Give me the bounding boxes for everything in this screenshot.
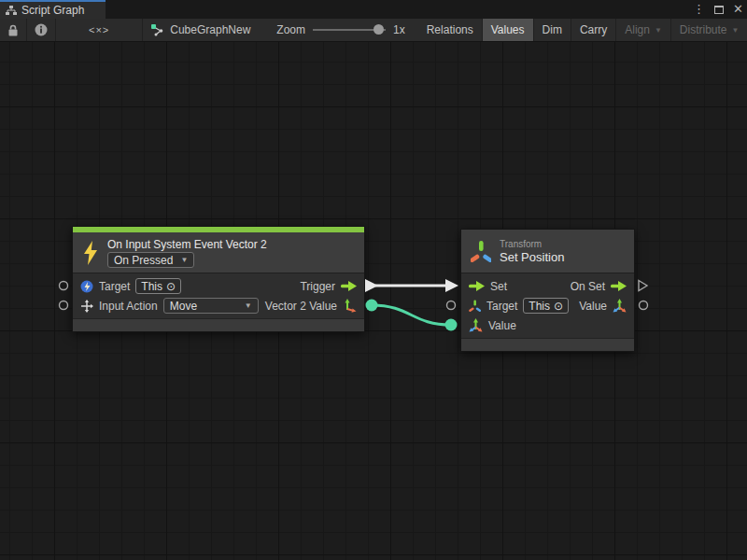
zoom-slider[interactable] [313, 29, 386, 31]
toolbar-button-distribute[interactable]: Distribute ▼ [671, 19, 747, 41]
target-dot-icon: ⊙ [554, 300, 563, 313]
toolbar-button-dim[interactable]: Dim [534, 19, 571, 41]
toolbar-button-carry[interactable]: Carry [571, 19, 616, 41]
port-circle[interactable] [60, 301, 68, 310]
wire-endpoint[interactable] [366, 300, 378, 312]
close-icon[interactable]: ✕ [733, 0, 743, 19]
button-label: Relations [427, 23, 473, 36]
transform-mini-icon [469, 300, 481, 312]
window-controls: ⋮ ✕ [693, 0, 743, 19]
wire-endpoint[interactable] [445, 319, 458, 331]
event-target-icon [80, 280, 93, 293]
transform-target-this-button[interactable]: This ⊙ [523, 298, 569, 314]
button-label: Distribute [680, 23, 727, 36]
graph-icon [150, 23, 164, 36]
port-label: Value [579, 300, 607, 313]
graph-canvas[interactable]: On Input System Event Vector 2 On Presse… [0, 42, 747, 560]
button-label: Values [491, 23, 525, 36]
lock-button[interactable] [0, 19, 27, 41]
value-wire[interactable] [372, 305, 451, 325]
graph-breadcrumb[interactable]: CubeGraphNew [143, 19, 258, 41]
port-triangle[interactable] [639, 281, 647, 291]
transform-node-body: Set On Set Target [461, 273, 634, 338]
input-action-icon [80, 300, 93, 313]
transform-row-target: Target This ⊙ Value [461, 296, 634, 315]
button-label: Carry [580, 23, 607, 36]
transform-node-title: Set Position [500, 250, 564, 264]
lock-icon [7, 24, 19, 36]
transform-node-header[interactable]: Transform Set Position [461, 230, 634, 273]
toolbar-button-values[interactable]: Values [483, 19, 534, 41]
event-row-input-action: Input Action Move ▼ Vector 2 Value [73, 296, 364, 315]
toolbar-button-align[interactable]: Align ▼ [616, 19, 671, 41]
port-label: On Set [571, 280, 605, 293]
chevron-down-icon: ▼ [732, 26, 740, 35]
transform-icon [471, 240, 491, 262]
port-label: Set [490, 280, 507, 293]
event-node-header[interactable]: On Input System Event Vector 2 On Presse… [73, 232, 364, 273]
code-preview-button[interactable]: <×> [56, 19, 143, 41]
toolbar-button-relations[interactable]: Relations [418, 19, 483, 41]
port-label: Target [486, 300, 517, 313]
button-label: Align [625, 23, 650, 36]
input-action-value: Move [170, 300, 197, 313]
event-mode-dropdown[interactable]: On Pressed ▼ [107, 252, 194, 268]
wire-arrowhead [365, 279, 378, 292]
port-label: Target [99, 280, 130, 293]
maximize-icon[interactable] [714, 6, 724, 14]
event-mode-value: On Pressed [114, 254, 173, 267]
transform-node-footer [461, 338, 634, 351]
this-value: This [529, 300, 550, 313]
event-node-body: Target This ⊙ Trigger [73, 273, 364, 318]
tab-script-graph[interactable]: Script Graph [0, 0, 106, 19]
input-action-dropdown[interactable]: Move ▼ [163, 298, 259, 314]
port-label: Vector 2 Value [265, 300, 337, 313]
target-dot-icon: ⊙ [166, 280, 176, 293]
port-label: Input Action [99, 300, 158, 313]
wire-arrowhead [445, 279, 458, 292]
graph-hierarchy-icon [6, 6, 17, 16]
flow-arrow-icon [611, 281, 627, 291]
chevron-down-icon: ▼ [180, 256, 188, 264]
event-node-title: On Input System Event Vector 2 [107, 238, 267, 251]
this-value: This [141, 280, 162, 293]
port-label: Trigger [300, 280, 335, 293]
lightning-bolt-icon [82, 241, 99, 265]
graph-name: CubeGraphNew [170, 23, 250, 36]
event-target-this-button[interactable]: This ⊙ [135, 278, 181, 294]
port-circle[interactable] [640, 301, 648, 310]
zoom-control: Zoom 1x [269, 19, 412, 41]
flow-arrow-icon [341, 281, 357, 291]
button-label: Dim [543, 23, 562, 36]
chevron-down-icon: ▼ [245, 301, 252, 310]
node-on-input-system-event-vector2[interactable]: On Input System Event Vector 2 On Presse… [72, 226, 365, 332]
event-node-footer [73, 318, 364, 331]
info-icon [35, 23, 48, 36]
graph-toolbar: <×> CubeGraphNew Zoom 1x Relations Value… [0, 19, 747, 42]
tab-bar: Script Graph ⋮ ✕ [0, 0, 747, 19]
vector3-icon [613, 299, 627, 313]
window-menu-icon[interactable]: ⋮ [693, 0, 705, 19]
port-label: Value [488, 319, 516, 332]
zoom-value: 1x [393, 23, 405, 36]
zoom-slider-handle[interactable] [374, 24, 384, 35]
script-graph-window: Script Graph ⋮ ✕ <×> [0, 0, 747, 560]
transform-node-category: Transform [500, 239, 564, 249]
tab-title: Script Graph [21, 4, 84, 17]
info-button[interactable] [27, 19, 56, 41]
zoom-label: Zoom [276, 23, 305, 36]
code-preview-label: <×> [64, 24, 134, 35]
transform-row-set: Set On Set [461, 276, 634, 296]
vector2-icon [343, 299, 357, 313]
node-transform-set-position[interactable]: Transform Set Position Set On Set [460, 229, 635, 352]
vector3-icon [469, 318, 483, 332]
flow-arrow-icon [469, 281, 485, 291]
port-circle[interactable] [60, 282, 68, 290]
port-circle[interactable] [447, 301, 456, 310]
chevron-down-icon: ▼ [655, 26, 662, 35]
event-row-target: Target This ⊙ Trigger [73, 276, 364, 296]
transform-row-value: Value [461, 315, 634, 335]
